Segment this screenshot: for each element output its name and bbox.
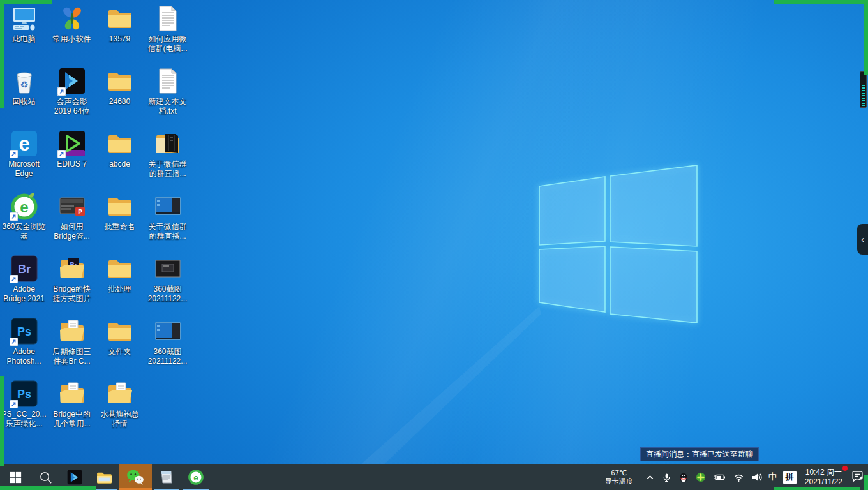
desktop-icon-13[interactable]: P如何用 Bridge管... <box>48 190 96 253</box>
desktop-icon-25[interactable]: Bridge中的 几个常用... <box>48 378 96 440</box>
desktop-icon-4[interactable]: ♻回收站 <box>0 65 48 128</box>
desktop-icon-7[interactable]: 新建文本文 档.txt <box>144 65 191 128</box>
folder-icon <box>105 191 135 221</box>
desktop-icon-15[interactable]: 关于微信群 的群直播... <box>144 190 191 253</box>
shortcut-arrow-icon <box>10 275 18 283</box>
taskbar-start-button[interactable] <box>0 464 31 490</box>
taskbar-browser360-button[interactable]: e <box>181 464 211 490</box>
level-meter-widget <box>860 71 867 108</box>
clock-time: 10:42 周一 <box>805 468 842 477</box>
shotdark-icon <box>153 254 183 283</box>
shortcut-arrow-icon <box>57 87 66 96</box>
taskbar-app-buttons: e <box>0 464 211 490</box>
browser360-icon: e <box>188 469 204 486</box>
pc-icon <box>10 4 39 33</box>
desktop-icon-5[interactable]: 会声会影 2019 64位 <box>48 65 96 128</box>
microphone-icon[interactable] <box>662 472 671 483</box>
action-center-button[interactable] <box>851 470 864 486</box>
desktop-icon-9[interactable]: EDIUS 7 <box>48 128 96 190</box>
notification-dot <box>842 466 848 471</box>
pptthumb-icon: P <box>57 191 87 221</box>
desktop-icon-8[interactable]: eMicrosoft Edge <box>0 128 48 190</box>
svg-text:Br: Br <box>17 263 30 276</box>
explorer-icon <box>96 469 113 486</box>
desktop-icon-17[interactable]: BrBridge的快 捷方式图片 <box>48 253 96 315</box>
textdoc-icon <box>153 4 183 33</box>
desktop-icon-label: 新建文本文 档.txt <box>140 97 196 116</box>
shortcut-arrow-icon <box>10 400 18 408</box>
side-panel-collapse-tab[interactable]: ‹ <box>857 224 868 255</box>
desktop-icon-11[interactable]: 关于微信群 的群直播... <box>144 128 191 190</box>
desktop-icon-label: 关于微信群 的群直播... <box>140 160 196 179</box>
windows-desktop: 此电脑常用小软件13579如何应用微 信群(电脑...♻回收站会声会影 2019… <box>0 0 868 490</box>
svg-text:e: e <box>19 133 29 155</box>
br-icon: Br <box>10 254 39 283</box>
textdoc-icon <box>153 66 183 96</box>
desktop-icon-22[interactable]: 文件夹 <box>96 315 144 378</box>
desktop-icon-20[interactable]: PsAdobe Photosh... <box>0 315 48 378</box>
folderdocs-icon <box>57 379 87 408</box>
svg-text:♻: ♻ <box>20 79 28 91</box>
desktop-icon-14[interactable]: 批重命名 <box>96 190 144 253</box>
desktop-icon-23[interactable]: 360截图 20211122... <box>144 315 191 378</box>
svg-text:Ps: Ps <box>17 325 31 338</box>
shotblue-icon <box>153 191 183 221</box>
svg-text:P: P <box>78 209 82 216</box>
recycle-icon: ♻ <box>10 66 39 96</box>
qq-icon[interactable] <box>678 472 689 483</box>
desktop-icon-12[interactable]: e360安全浏览 器 <box>0 190 48 253</box>
taskbar-wechat-button[interactable] <box>119 464 152 490</box>
desktop-icon-19[interactable]: 360截图 20211122... <box>144 253 191 315</box>
level-meter-fill <box>862 85 865 106</box>
taskbar: e 67℃ 显卡温度 中 拼 10:42 周一 2021/11/22 <box>0 464 868 490</box>
desktop-icon-16[interactable]: BrAdobe Bridge 2021 <box>0 253 48 315</box>
desktop-icon-0[interactable]: 此电脑 <box>0 3 48 65</box>
gpu-temp-value: 67℃ <box>605 469 633 477</box>
power-battery-icon[interactable] <box>713 473 726 482</box>
360-safety-icon[interactable] <box>696 472 706 482</box>
tray-icons <box>645 472 763 483</box>
ps-icon: Ps <box>10 379 39 408</box>
desktop-icon-2[interactable]: 13579 <box>96 3 144 65</box>
desktop-icon-18[interactable]: 批处理 <box>96 253 144 315</box>
taskbar-clock[interactable]: 10:42 周一 2021/11/22 <box>802 468 845 487</box>
folderdocs-icon <box>105 379 135 408</box>
wechat-icon <box>126 468 145 487</box>
taskbar-videostudio-button[interactable] <box>60 464 89 490</box>
volume-icon[interactable] <box>751 472 763 482</box>
folder-icon <box>105 254 135 283</box>
folder-icon <box>105 66 135 96</box>
ime-pinyin-indicator[interactable]: 拼 <box>783 471 797 484</box>
desktop-icon-label: 水巷旗袍总 抒情 <box>92 410 148 429</box>
desktop-icon-21[interactable]: 后期修图三 件套Br C... <box>48 315 96 378</box>
desktop-icon-label: 360截图 20211122... <box>140 347 196 366</box>
desktop-icon-3[interactable]: 如何应用微 信群(电脑... <box>144 3 191 65</box>
desktop-icon-label: 如何应用微 信群(电脑... <box>140 34 196 54</box>
desktop-icon-label: 360截图 20211122... <box>140 285 196 304</box>
desktop-icon-1[interactable]: 常用小软件 <box>48 3 96 65</box>
hidden-icons-chevron-icon[interactable] <box>645 473 655 482</box>
edius-icon <box>57 129 87 158</box>
shortcut-arrow-icon <box>57 150 66 158</box>
videostudio-icon <box>57 66 87 96</box>
taskbar-search-button[interactable] <box>31 464 60 490</box>
desktop-icon-24[interactable]: PsPS_CC_20... 乐声绿化... <box>0 378 48 440</box>
desktop-icon-10[interactable]: abcde <box>96 128 144 190</box>
edge-icon: e <box>10 129 39 158</box>
desktop-icon-label: 关于微信群 的群直播... <box>140 222 196 241</box>
notepad-icon <box>158 469 175 486</box>
butterfly-icon <box>57 4 87 33</box>
taskbar-notepad-button[interactable] <box>152 464 181 490</box>
action-center-icon <box>851 470 864 486</box>
desktop-icon-26[interactable]: 水巷旗袍总 抒情 <box>96 378 144 440</box>
taskbar-explorer-button[interactable] <box>89 464 119 490</box>
chevron-left-icon: ‹ <box>861 234 864 244</box>
ime-language-indicator[interactable]: 中 <box>768 471 777 483</box>
svg-text:e: e <box>193 473 198 482</box>
pinyin-icon: 拼 <box>783 471 797 484</box>
desktop-icon-6[interactable]: 24680 <box>96 65 144 128</box>
wifi-icon[interactable] <box>733 473 744 482</box>
system-tray: 67℃ 显卡温度 中 拼 10:42 周一 2021/11/22 <box>605 464 867 490</box>
folder-icon <box>105 316 135 346</box>
folder-icon <box>105 129 135 158</box>
